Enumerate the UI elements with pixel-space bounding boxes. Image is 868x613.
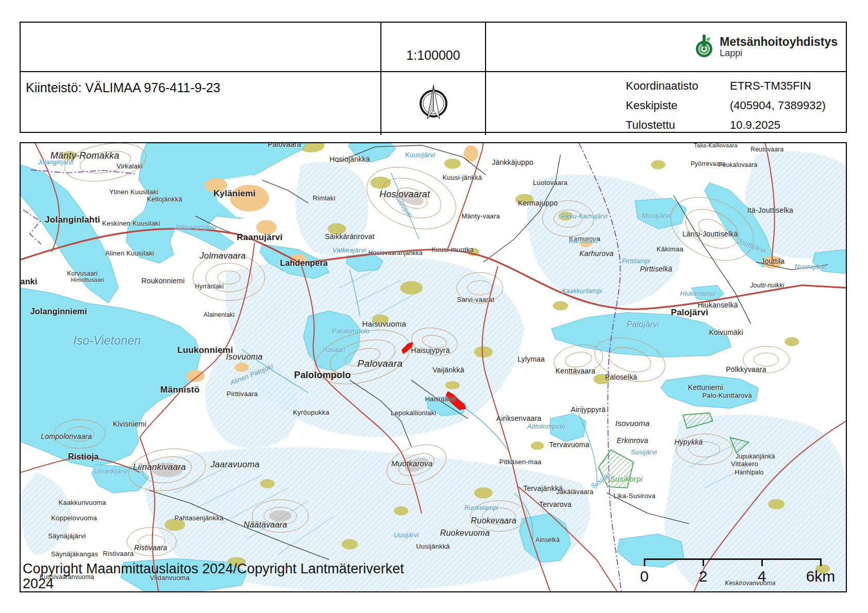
scale-bar-tick	[644, 558, 645, 566]
logo-cell: Metsänhoitoyhdistys Lappi	[486, 23, 846, 72]
header-table: 1:100000 Metsänhoitoyhdistys Lappi Kiint…	[20, 22, 847, 133]
property-cell: Kiinteistö: VÄLIMAA 976-411-9-23	[21, 72, 381, 135]
org-region: Lappi	[720, 48, 838, 58]
org-name: Metsänhoitoyhdistys	[720, 36, 838, 48]
scale-bar-label: 4	[758, 568, 766, 585]
info-label: Tulostettu	[626, 118, 730, 132]
compass-cell	[381, 72, 486, 135]
info-row: Keskipiste(405904, 7389932)	[626, 96, 846, 115]
map-print-page: 1:100000 Metsänhoitoyhdistys Lappi Kiint…	[0, 0, 868, 613]
info-value: 10.9.2025	[730, 118, 780, 132]
info-row: Tulostettu10.9.2025	[626, 115, 846, 135]
info-label: Keskipiste	[626, 99, 730, 112]
copyright-line-1: Copyright Maanmittauslaitos 2024/Copyrig…	[23, 561, 404, 576]
info-value: (405904, 7389932)	[730, 99, 826, 112]
scale-bar-label: 6km	[806, 568, 836, 585]
mhy-logo-icon	[694, 34, 714, 60]
copyright-notice: Copyright Maanmittauslaitos 2024/Copyrig…	[23, 561, 404, 591]
info-value: ETRS-TM35FIN	[730, 79, 811, 93]
map-info-list: KoordinaatistoETRS-TM35FINKeskipiste(405…	[486, 72, 846, 135]
map-scale-value: 1:100000	[406, 48, 460, 63]
scale-bar: 0246km	[644, 558, 821, 589]
scale-bar-tick	[820, 558, 822, 566]
map-canvas	[21, 143, 846, 591]
info-label: Koordinaatisto	[626, 79, 730, 93]
scale-bar-label: 2	[699, 568, 708, 585]
scale-bar-label: 0	[640, 568, 649, 585]
map-view: Mänty-RomakkaJolanginjärviVirkalakiPalov…	[20, 142, 847, 592]
property-title: Kiinteistö: VÄLIMAA 976-411-9-23	[26, 80, 221, 95]
north-arrow-icon	[413, 82, 454, 125]
scale-bar-tick	[703, 558, 704, 566]
scale-cell: 1:100000	[381, 23, 486, 72]
scale-bar-line	[644, 558, 821, 560]
copyright-line-2: 2024	[23, 576, 404, 591]
header-empty-cell	[21, 23, 381, 72]
info-row: KoordinaatistoETRS-TM35FIN	[626, 76, 846, 96]
logo-text: Metsänhoitoyhdistys Lappi	[720, 36, 838, 58]
scale-bar-tick	[761, 558, 763, 566]
